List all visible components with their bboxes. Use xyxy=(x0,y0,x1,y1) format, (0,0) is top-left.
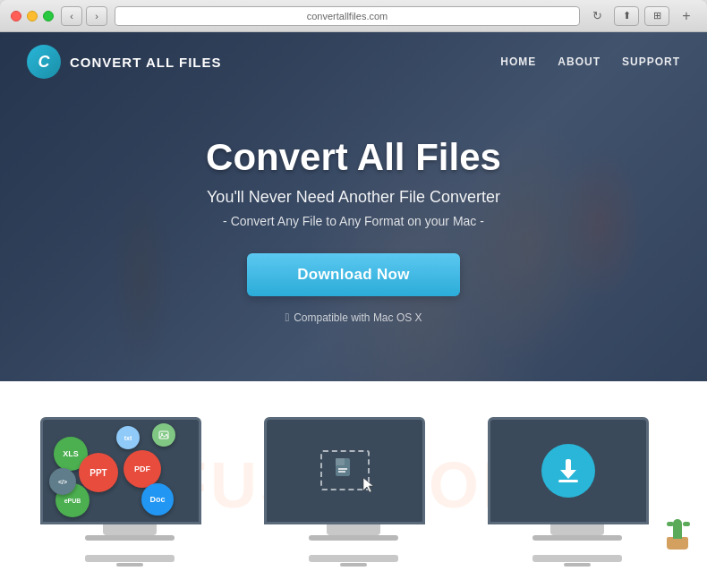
monitor-3-stand xyxy=(550,524,604,535)
address-bar[interactable]: convertallfiles.com xyxy=(115,6,580,26)
monitor-1-base xyxy=(85,535,175,541)
nav-buttons: ‹ › xyxy=(61,6,107,26)
cactus-body xyxy=(673,519,682,539)
nav-home[interactable]: HOME xyxy=(500,55,536,68)
monitor-2-base xyxy=(309,535,398,541)
download-circle xyxy=(541,444,595,498)
hero-description: - Convert Any File to Any Format on your… xyxy=(0,214,707,228)
monitor-3-base xyxy=(532,535,622,541)
monitor-2-stand xyxy=(327,524,380,535)
features-section: FUSK.COM XLS PPT PDF ePUB Doc txt xyxy=(0,381,707,588)
minimize-button[interactable] xyxy=(27,11,38,21)
feature-file-types: XLS PPT PDF ePUB Doc txt </> xyxy=(40,417,219,562)
compatible-text:  Compatible with Mac OS X xyxy=(0,311,707,324)
feature-convert xyxy=(264,417,443,562)
logo: C CONVERT ALL FILES xyxy=(27,45,222,79)
hero-section: C CONVERT ALL FILES HOME ABOUT SUPPORT C… xyxy=(0,32,707,381)
fullscreen-button[interactable]: ⊞ xyxy=(644,6,669,26)
keyboard-2 xyxy=(309,555,398,562)
cactus-pot xyxy=(667,537,688,550)
feature-download xyxy=(488,417,667,562)
cactus-arm-left xyxy=(667,522,674,526)
badge-doc: Doc xyxy=(141,483,174,516)
badge-ppt: PPT xyxy=(79,453,118,492)
monitor-3 xyxy=(488,417,667,551)
maximize-button[interactable] xyxy=(43,11,54,21)
monitor-1-stand xyxy=(103,524,157,535)
browser-actions: ⬆ ⊞ xyxy=(614,6,669,26)
browser-window: ‹ › convertallfiles.com ↻ ⬆ ⊞ + C CONVER… xyxy=(0,0,707,588)
main-nav: C CONVERT ALL FILES HOME ABOUT SUPPORT xyxy=(0,32,707,91)
download-button[interactable]: Download Now xyxy=(247,253,459,296)
reload-button[interactable]: ↻ xyxy=(587,6,607,26)
address-text: convertallfiles.com xyxy=(307,11,388,21)
cactus-arm-right xyxy=(683,522,690,526)
monitor-1: XLS PPT PDF ePUB Doc txt </> xyxy=(40,417,219,551)
monitor-1-screen: XLS PPT PDF ePUB Doc txt </> xyxy=(40,417,201,524)
monitor-2-screen xyxy=(264,417,425,524)
svg-rect-9 xyxy=(558,480,578,482)
add-tab-button[interactable]: + xyxy=(677,6,696,26)
file-icons: XLS PPT PDF ePUB Doc txt </> xyxy=(45,419,197,522)
logo-text: CONVERT ALL FILES xyxy=(70,55,222,70)
hero-content: Convert All Files You'll Never Need Anot… xyxy=(0,91,707,324)
apple-icon:  xyxy=(285,311,289,324)
website-content: C CONVERT ALL FILES HOME ABOUT SUPPORT C… xyxy=(0,32,707,588)
browser-titlebar: ‹ › convertallfiles.com ↻ ⬆ ⊞ + xyxy=(0,0,707,32)
logo-icon: C xyxy=(27,45,61,79)
close-button[interactable] xyxy=(11,11,21,21)
hero-title: Convert All Files xyxy=(0,136,707,179)
traffic-lights xyxy=(11,11,54,21)
badge-txt: txt xyxy=(116,426,140,449)
nav-links: HOME ABOUT SUPPORT xyxy=(500,55,680,68)
monitor-2 xyxy=(264,417,443,551)
badge-img xyxy=(152,423,175,447)
share-button[interactable]: ⬆ xyxy=(614,6,639,26)
cactus-decoration xyxy=(665,510,694,550)
keyboard-1 xyxy=(85,555,175,562)
back-button[interactable]: ‹ xyxy=(61,6,82,26)
keyboard-3 xyxy=(532,555,622,562)
compatible-label: Compatible with Mac OS X xyxy=(294,311,422,324)
nav-support[interactable]: SUPPORT xyxy=(622,55,680,68)
svg-rect-7 xyxy=(566,459,571,472)
svg-rect-3 xyxy=(336,458,345,465)
monitor-3-screen xyxy=(488,417,649,524)
svg-marker-6 xyxy=(363,478,373,492)
cursor xyxy=(362,476,376,498)
badge-code: </> xyxy=(49,468,76,495)
select-icon xyxy=(313,444,376,498)
forward-button[interactable]: › xyxy=(86,6,107,26)
badge-pdf: PDF xyxy=(124,450,161,488)
hero-subtitle: You'll Never Need Another File Converter xyxy=(0,188,707,207)
svg-marker-8 xyxy=(560,470,576,479)
nav-about[interactable]: ABOUT xyxy=(558,55,601,68)
